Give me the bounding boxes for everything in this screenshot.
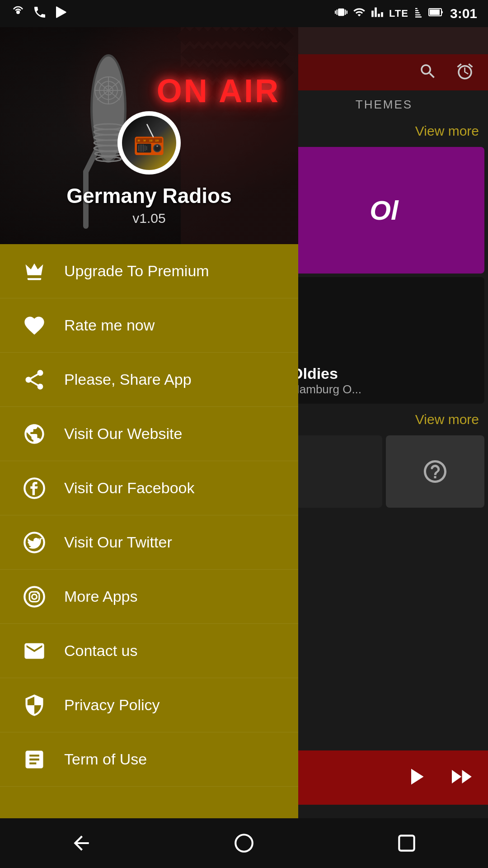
svg-point-92 — [37, 592, 38, 594]
view-more-1[interactable]: View more — [280, 119, 488, 143]
drawer-hero: ON AIR — [0, 27, 298, 244]
drawer: ON AIR — [0, 27, 298, 868]
svg-text:94: 94 — [143, 140, 146, 142]
upgrade-label: Upgrade To Premium — [64, 262, 209, 280]
recents-button[interactable] — [389, 825, 425, 861]
globe-icon — [18, 418, 51, 450]
contact-label: Contact us — [64, 642, 138, 660]
menu-item-upgrade[interactable]: Upgrade To Premium — [0, 244, 298, 298]
svg-rect-2 — [430, 9, 440, 15]
small-card-1[interactable] — [284, 435, 382, 508]
phone-icon — [33, 5, 47, 23]
terms-label: Term of Use — [64, 750, 147, 768]
list-icon — [18, 743, 51, 776]
svg-text:108: 108 — [155, 140, 159, 142]
menu-item-facebook[interactable]: Visit Our Facebook — [0, 461, 298, 515]
crown-icon — [18, 255, 51, 288]
small-card-2[interactable] — [386, 435, 484, 508]
svg-point-93 — [235, 835, 253, 852]
nav-bar — [0, 818, 488, 868]
email-icon — [18, 635, 51, 667]
svg-rect-94 — [399, 835, 414, 850]
view-more-2[interactable]: View more — [280, 407, 488, 432]
website-label: Visit Our Website — [64, 425, 182, 443]
app-logo: 88 94 100 108 — [117, 111, 181, 175]
vibrate-icon — [335, 6, 347, 22]
app-version: v1.05 — [132, 211, 165, 226]
shield-icon — [18, 689, 51, 722]
signal-icon — [414, 6, 423, 22]
fast-forward-button[interactable] — [447, 763, 474, 792]
menu-item-terms[interactable]: Term of Use — [0, 732, 298, 787]
svg-point-80 — [156, 145, 158, 147]
status-bar-right: LTE 3:01 — [335, 6, 477, 22]
app-logo-inner: 88 94 100 108 — [122, 116, 176, 170]
player-bar — [280, 750, 488, 805]
signal-bars-icon — [371, 6, 384, 22]
status-bar: LTE 3:01 — [0, 0, 488, 27]
svg-rect-71 — [137, 144, 151, 153]
twitter-icon — [18, 526, 51, 559]
menu-item-twitter[interactable]: Visit Our Twitter — [0, 515, 298, 570]
play-store-icon — [54, 5, 69, 23]
menu-item-contact[interactable]: Contact us — [0, 624, 298, 678]
search-icon[interactable] — [418, 62, 437, 83]
facebook-label: Visit Our Facebook — [64, 479, 195, 497]
status-bar-left — [11, 5, 69, 23]
svg-point-91 — [32, 594, 37, 599]
facebook-icon — [18, 472, 51, 505]
privacy-label: Privacy Policy — [64, 696, 160, 714]
wifi-icon — [353, 6, 366, 22]
on-air-sign: ON AIR — [157, 72, 280, 109]
svg-text:100: 100 — [149, 140, 153, 142]
right-panel: THEMES View more Ol Oldies Hamburg O... … — [280, 54, 488, 868]
drawer-menu: Upgrade To Premium Rate me now Please, S… — [0, 244, 298, 868]
radio-status-icon — [11, 5, 25, 23]
clock-display: 3:01 — [450, 6, 477, 21]
app-title: Germany Radios — [66, 184, 232, 208]
oldies-subtitle: Hamburg O... — [291, 382, 477, 396]
alarm-icon[interactable] — [455, 62, 474, 83]
share-icon — [18, 363, 51, 396]
menu-item-share[interactable]: Please, Share App — [0, 353, 298, 407]
twitter-label: Visit Our Twitter — [64, 533, 172, 551]
svg-line-81 — [147, 125, 154, 137]
oldies-title: Oldies — [291, 365, 477, 382]
menu-item-more-apps[interactable]: More Apps — [0, 570, 298, 624]
menu-item-privacy[interactable]: Privacy Policy — [0, 678, 298, 732]
purple-card[interactable]: Ol — [284, 147, 484, 274]
play-button[interactable] — [402, 763, 429, 792]
small-cards-row — [280, 432, 488, 511]
menu-item-rate[interactable]: Rate me now — [0, 298, 298, 353]
card-logo-text: Ol — [370, 195, 398, 226]
share-label: Please, Share App — [64, 371, 192, 388]
heart-icon — [18, 309, 51, 342]
battery-icon — [428, 6, 445, 22]
home-button[interactable] — [226, 825, 262, 861]
right-panel-header — [280, 54, 488, 90]
instagram-icon — [18, 580, 51, 613]
svg-text:88: 88 — [138, 140, 141, 142]
svg-point-89 — [24, 587, 44, 606]
themes-label: THEMES — [280, 90, 488, 119]
back-button[interactable] — [63, 825, 99, 861]
more-apps-label: More Apps — [64, 588, 138, 605]
oldies-card[interactable]: Oldies Hamburg O... — [284, 277, 484, 404]
lte-label: LTE — [389, 8, 408, 19]
menu-item-website[interactable]: Visit Our Website — [0, 407, 298, 461]
svg-point-0 — [16, 10, 20, 14]
rate-label: Rate me now — [64, 316, 155, 334]
